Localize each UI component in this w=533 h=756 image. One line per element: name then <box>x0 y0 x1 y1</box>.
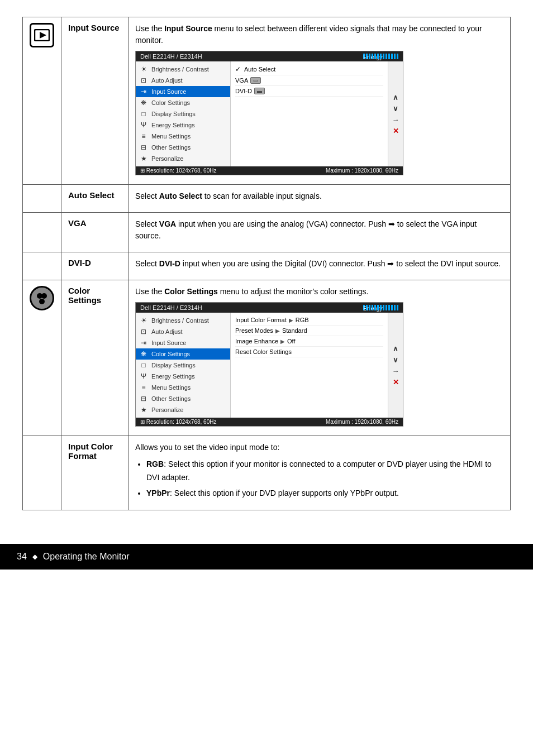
color-footer-right: Maximum : 1920x1080, 60Hz <box>326 419 398 425</box>
color-menu-display: □ Display Settings <box>136 360 230 371</box>
osd-footer-left: ⊞ Resolution: 1024x768, 60Hz <box>140 168 216 174</box>
color-menu-other: ⊟ Other Settings <box>136 393 230 404</box>
other-settings-icon: ⊟ <box>139 143 148 151</box>
menu-auto-adjust: ⊡ Auto Adjust <box>136 75 230 86</box>
color-nav-down[interactable]: ∨ <box>391 355 401 365</box>
auto-select-row: Auto Select Select Auto Select to scan f… <box>23 185 511 213</box>
color-footer-left: ⊞ Resolution: 1024x768, 60Hz <box>140 419 216 425</box>
c-auto-icon: ⊡ <box>139 328 148 336</box>
c-display-icon: □ <box>139 361 148 369</box>
pm-value: Standard <box>282 327 307 334</box>
auto-select-label: Auto Select <box>68 190 115 200</box>
dvid-content: Select DVI-D input when you are using th… <box>129 252 511 280</box>
footer-diamond: ◆ <box>32 553 37 561</box>
vga-content: Select VGA input when you are using the … <box>129 213 511 252</box>
icf-content: Allows you to set the video input mode t… <box>129 436 511 510</box>
menu-menu-settings-label: Menu Settings <box>151 133 191 140</box>
ie-arrow: ▶ <box>280 338 285 344</box>
c-other-icon: ⊟ <box>139 395 148 403</box>
footer-page-number: 34 <box>17 552 27 562</box>
bullet-rgb: RGB: Select this option if your monitor … <box>146 458 503 485</box>
menu-personalize-label: Personalize <box>151 155 183 162</box>
rc-label: Reset Color Settings <box>235 348 292 355</box>
color-settings-content: Use the Color Settings menu to adjust th… <box>129 280 511 436</box>
pm-label: Preset Modes <box>235 327 273 334</box>
auto-select-icon-cell <box>23 185 61 213</box>
menu-other-settings: ⊟ Other Settings <box>136 142 230 153</box>
c-auto-label: Auto Adjust <box>151 328 183 335</box>
color-menu-input: ⇥ Input Source <box>136 337 230 348</box>
menu-energy-settings-label: Energy Settings <box>151 122 195 128</box>
menu-color-settings: ❋ Color Settings <box>136 97 230 108</box>
input-color-format-item: Input Color Format ▶ RGB <box>235 315 383 326</box>
color-osd-title: Dell E2214H / E2314H <box>140 304 202 311</box>
icf-intro: Allows you to set the video input mode t… <box>135 442 503 453</box>
svg-marker-1 <box>40 32 46 39</box>
color-settings-icon: ❋ <box>139 99 148 107</box>
input-source-label-cell: Input Source <box>61 17 129 185</box>
page-container: Input Source Use the Input Source menu t… <box>0 0 533 533</box>
menu-personalize: ★ Personalize <box>136 153 230 164</box>
input-color-format-row: Input ColorFormat Allows you to set the … <box>23 436 511 510</box>
ie-label: Image Enhance <box>235 338 278 344</box>
color-menu-energy: Ψ Energy Settings <box>136 371 230 382</box>
pm-arrow: ▶ <box>275 328 280 334</box>
osd-nav-buttons: ∧ ∨ → ✕ <box>388 61 403 166</box>
menu-display-settings-label: Display Settings <box>151 111 196 117</box>
c-energy-label: Energy Settings <box>151 373 195 380</box>
personalize-icon: ★ <box>139 155 148 162</box>
color-osd-nav: ∧ ∨ → ✕ <box>388 313 403 418</box>
c-input-label: Input Source <box>151 339 186 346</box>
color-nav-right[interactable]: → <box>391 366 401 376</box>
menu-input-source-label: Input Source <box>151 88 186 95</box>
color-nav-close[interactable]: ✕ <box>391 377 401 387</box>
color-dot-2 <box>41 293 47 299</box>
icf-arrow: ▶ <box>289 317 293 323</box>
osd-footer: ⊞ Resolution: 1024x768, 60Hz Maximum : 1… <box>136 166 403 175</box>
main-content-table: Input Source Use the Input Source menu t… <box>22 17 511 510</box>
dvid-icon-cell <box>23 252 61 280</box>
osd-header: Dell E2214H / E2314H Energy Use <box>136 51 403 61</box>
reset-color-item: Reset Color Settings <box>235 347 383 357</box>
auto-select-label-cell: Auto Select <box>61 185 129 213</box>
color-nav-up[interactable]: ∧ <box>391 343 401 353</box>
bullet-ypbpr: YPbPr: Select this option if your DVD pl… <box>146 487 503 500</box>
c-display-label: Display Settings <box>151 362 196 369</box>
color-osd-header: Dell E2214H / E2314H Energy Use <box>136 303 403 313</box>
c-menu-icon: ≡ <box>139 384 148 391</box>
auto-adjust-icon: ⊡ <box>139 76 148 84</box>
color-dot-3 <box>39 299 45 304</box>
nav-right-btn[interactable]: → <box>391 114 401 125</box>
osd-menu: ☀ Brightness / Contrast ⊡ Auto Adjust ⇥ … <box>136 61 231 166</box>
vga-connector: ▭ <box>250 77 261 84</box>
vga-label: VGA <box>235 77 248 84</box>
nav-up-btn[interactable]: ∧ <box>391 92 401 102</box>
color-settings-label-cell: ColorSettings <box>61 280 129 436</box>
input-source-row: Input Source Use the Input Source menu t… <box>23 17 511 185</box>
color-energy-bar: Energy Use <box>363 305 398 310</box>
brightness-icon: ☀ <box>139 65 148 73</box>
osd-vga-item: VGA ▭ <box>235 75 383 86</box>
input-source-osd: Dell E2214H / E2314H Energy Use <box>135 51 403 175</box>
vga-desc: Select VGA input when you are using the … <box>135 218 503 242</box>
nav-down-btn[interactable]: ∨ <box>391 103 401 113</box>
vga-section-label: VGA <box>68 218 87 228</box>
energy-bar: Energy Use <box>363 54 398 59</box>
icf-icon-cell <box>23 436 61 510</box>
c-personalize-label: Personalize <box>151 406 183 413</box>
auto-select-desc: Select Auto Select to scan for available… <box>135 190 503 202</box>
menu-display-settings: □ Display Settings <box>136 108 230 119</box>
color-settings-icon <box>30 286 54 310</box>
energy-settings-icon: Ψ <box>139 121 148 129</box>
color-energy-label: Energy Use <box>363 305 365 310</box>
icf-label-cell: Input ColorFormat <box>61 436 129 510</box>
nav-close-btn[interactable]: ✕ <box>391 126 401 136</box>
vga-icon-cell <box>23 213 61 252</box>
color-osd-body: ☀ Brightness / Contrast ⊡ Auto Adjust ⇥ … <box>136 313 403 418</box>
menu-brightness-label: Brightness / Contrast <box>151 66 209 73</box>
osd-dvid-item: DVI-D ▬ <box>235 86 383 97</box>
color-settings-label: ColorSettings <box>68 286 101 305</box>
ie-value: Off <box>287 338 295 344</box>
input-source-menu-icon: ⇥ <box>139 88 148 95</box>
icf-section-label: Input ColorFormat <box>68 442 113 461</box>
